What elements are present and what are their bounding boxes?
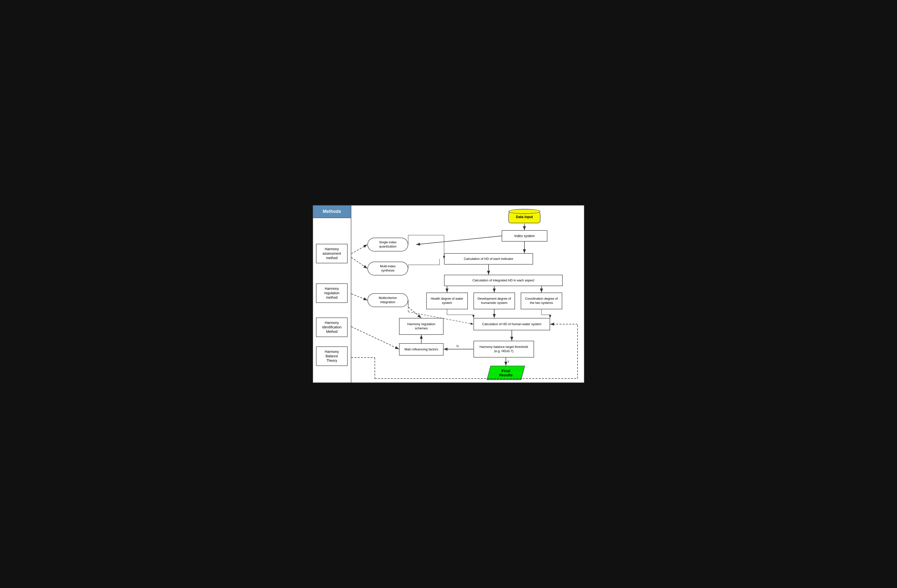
multicriterion-box: Multicriterionintegration [367, 293, 408, 307]
harmony-reg-schemes-box: Harmony regulation schemes [399, 318, 444, 335]
calc-integrated-hd-box: Calculation of integrated HD in each asp… [444, 275, 563, 286]
main-influencing-box: Main influencing factors [399, 343, 444, 355]
svg-text:Y: Y [507, 360, 510, 363]
sidebar-item-harmony-balance: HarmonyBalanceTheory [316, 346, 347, 366]
svg-line-38 [408, 307, 421, 318]
coordination-degree-box: Coordination degree of the two systems [521, 292, 562, 309]
health-degree-box: Health degree of water system [426, 292, 468, 309]
sidebar-item-harmony-assessment: Harmonyassessmentmethod [316, 244, 347, 263]
sidebar-item-harmony-identification: HarmonyIdentificationMethod [316, 317, 347, 337]
svg-text:N: N [456, 344, 459, 348]
harmony-balance-target-box: Harmony balance target threshold (e.g. H… [473, 341, 534, 358]
svg-line-30 [351, 257, 367, 268]
sidebar-header: Methods [313, 205, 351, 218]
diagram-container: Methods Harmonyassessmentmethod Harmonyr… [312, 205, 585, 383]
data-input-box: Data input [508, 210, 540, 223]
calc-hd-human-water-box: Calculation of HD of human-water system [473, 318, 550, 330]
svg-line-4 [416, 236, 502, 245]
multi-index-box: Multi-indexsynthesis [367, 262, 408, 276]
sidebar: Methods Harmonyassessmentmethod Harmonyr… [313, 205, 351, 383]
development-degree-box: Development degree of humanistic system [473, 292, 515, 309]
svg-line-29 [351, 245, 367, 254]
sidebar-item-harmony-regulation: Harmonyregulationmethod [316, 283, 347, 303]
index-system-box: Index system [502, 230, 547, 242]
svg-line-31 [351, 294, 367, 300]
calc-hd-indicator-box: Calculation of HD of each indicator [444, 253, 533, 265]
svg-line-32 [351, 327, 399, 349]
final-results-box: FinalResults [487, 366, 525, 380]
single-index-box: Single indexquantization [367, 237, 408, 251]
